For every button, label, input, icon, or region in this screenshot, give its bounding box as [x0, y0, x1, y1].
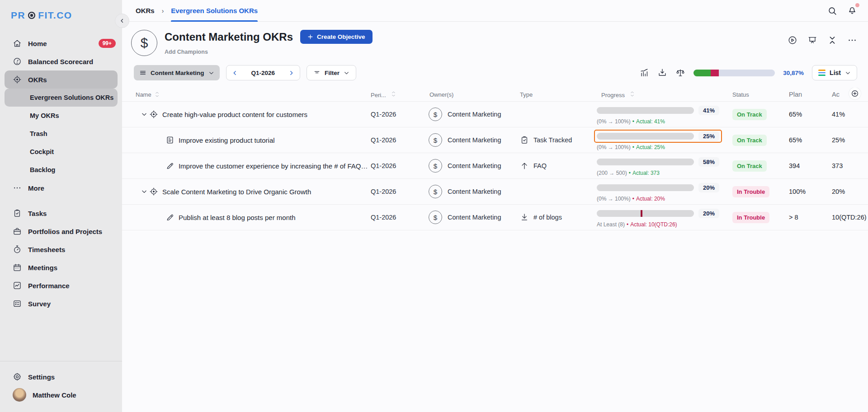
type-label: # of blogs — [533, 214, 562, 221]
filter-lines-icon — [313, 69, 321, 76]
column-label: Type — [520, 91, 533, 98]
plan-value: > 8 — [789, 214, 832, 221]
column-header-plan[interactable]: Plan — [789, 91, 832, 98]
column-header-type[interactable]: Type — [520, 91, 588, 98]
sort-icon[interactable] — [630, 91, 635, 97]
plan-value: 65% — [789, 111, 832, 118]
owner-avatar: $ — [429, 108, 442, 121]
table-row-keyresult[interactable]: Improve the customer experience by incre… — [122, 153, 868, 178]
column-header-status[interactable]: Status — [732, 91, 789, 98]
balance-scale-icon[interactable] — [675, 68, 685, 78]
filter-label: Filter — [325, 70, 340, 76]
chevron-down-icon — [208, 70, 214, 76]
sidebar-item-portfolios-and-projects[interactable]: Portfolios and Projects — [0, 222, 122, 240]
sidebar-subitem-backlog[interactable]: Backlog — [0, 161, 122, 179]
owner-avatar: $ — [429, 133, 442, 147]
download-icon[interactable] — [657, 68, 667, 78]
sort-icon[interactable] — [155, 91, 160, 98]
table-row-keyresult[interactable]: Publish at least 8 blog posts per month … — [122, 204, 868, 230]
insights-chart-icon[interactable] — [639, 68, 649, 78]
breadcrumb-evergreen-solutions-okrs[interactable]: Evergreen Solutions OKRs — [171, 0, 258, 22]
ellipsis-icon — [13, 183, 22, 192]
sidebar-subitem-my-okrs[interactable]: My OKRs — [0, 107, 122, 125]
table-row-objective[interactable]: Create high-value product content for cu… — [122, 101, 868, 127]
sidebar-subitem-label: Trash — [30, 130, 47, 137]
okr-name[interactable]: Improve the customer experience by incre… — [179, 162, 371, 170]
performance-icon — [13, 281, 22, 290]
calendar-icon — [13, 263, 22, 272]
sort-icon[interactable] — [391, 91, 396, 97]
sidebar-item-home[interactable]: Home 99+ — [0, 34, 122, 52]
row-expand-chevron[interactable] — [139, 111, 149, 117]
progress-actual: Actual: 25% — [636, 144, 665, 150]
sidebar-subitem-trash[interactable]: Trash — [0, 125, 122, 143]
progress-value: 20% — [698, 183, 719, 192]
profit-logo[interactable]: PR FIT.CO — [0, 0, 122, 21]
briefcase-icon — [13, 227, 22, 236]
okr-name[interactable]: Improve existing product tutorial — [179, 136, 275, 144]
sidebar-nav: Home 99+ Balanced Scorecard OKRs Evergre… — [0, 34, 122, 313]
period-value: Q1-2026 — [371, 188, 396, 195]
okr-name[interactable]: Publish at least 8 blog posts per month — [179, 214, 296, 221]
more-options-icon[interactable] — [847, 35, 857, 45]
period-prev-button[interactable] — [228, 66, 242, 80]
period-value: Q1-2026 — [371, 111, 396, 118]
notifications-button[interactable] — [847, 5, 857, 17]
sidebar-user[interactable]: Matthew Cole — [0, 386, 122, 404]
presentation-icon[interactable] — [807, 35, 817, 45]
okr-name[interactable]: Scale Content Marketing to Drive Organic… — [162, 188, 311, 196]
owner-name[interactable]: Content Marketing — [448, 136, 501, 144]
owner-name[interactable]: Content Marketing — [448, 162, 501, 169]
actual-value: 10(QTD:26) — [832, 214, 868, 221]
sidebar-item-okrs[interactable]: OKRs — [5, 70, 118, 89]
home-icon — [13, 39, 22, 48]
owner-name[interactable]: Content Marketing — [448, 111, 501, 118]
sidebar-subitem-cockpit[interactable]: Cockpit — [0, 143, 122, 161]
increase-kpi-icon — [520, 161, 529, 170]
sidebar-item-survey[interactable]: Survey — [0, 295, 122, 313]
team-selector[interactable]: Content Marketing — [134, 65, 220, 80]
sidebar-item-label: Home — [28, 40, 47, 47]
dot-separator: • — [632, 118, 634, 125]
column-header-period[interactable]: Peri... — [371, 91, 416, 98]
sidebar-item-more[interactable]: More — [0, 179, 122, 197]
period-label[interactable]: Q1-2026 — [246, 70, 281, 76]
dot-separator: • — [632, 196, 634, 202]
sidebar-item-timesheets[interactable]: Timesheets — [0, 240, 122, 258]
okr-table: Name Peri... Owner(s) Type Progress Stat… — [122, 88, 868, 230]
create-objective-button[interactable]: Create Objective — [300, 30, 373, 44]
home-badge: 99+ — [99, 39, 116, 48]
column-label: Progress — [601, 92, 625, 98]
add-column-button[interactable] — [849, 88, 861, 99]
sidebar-item-tasks[interactable]: Tasks — [0, 204, 122, 222]
breadcrumb-okrs[interactable]: OKRs — [136, 7, 155, 14]
owner-name[interactable]: Content Marketing — [448, 214, 501, 221]
sidebar-collapse-button[interactable] — [115, 14, 129, 28]
progress-bar — [597, 133, 694, 140]
sidebar-item-settings[interactable]: Settings — [0, 368, 122, 386]
table-row-keyresult[interactable]: Improve existing product tutorial Q1-202… — [122, 127, 868, 153]
okr-name[interactable]: Create high-value product content for cu… — [162, 111, 307, 118]
overall-progress-value: 30,87% — [783, 70, 804, 76]
main-content: OKRs › Evergreen Solutions OKRs $ Conten… — [122, 0, 868, 412]
progress-cell: 41% (0% → 100%)•Actual: 41% — [588, 104, 732, 125]
view-selector[interactable]: List — [812, 65, 857, 80]
row-expand-chevron[interactable] — [139, 188, 149, 195]
add-champions-link[interactable]: Add Champions — [165, 49, 373, 55]
column-header-owner[interactable]: Owner(s) — [416, 91, 520, 98]
progress-range: (200 → 500) — [597, 170, 627, 176]
column-header-progress[interactable]: Progress — [588, 91, 732, 98]
column-header-name[interactable]: Name — [122, 91, 371, 98]
collapse-rows-icon[interactable] — [827, 35, 837, 45]
sidebar-item-balanced-scorecard[interactable]: Balanced Scorecard — [0, 52, 122, 70]
period-next-button[interactable] — [284, 66, 298, 80]
sidebar-item-meetings[interactable]: Meetings — [0, 258, 122, 276]
owner-name[interactable]: Content Marketing — [448, 188, 501, 195]
filter-button[interactable]: Filter — [307, 65, 356, 80]
sidebar-item-performance[interactable]: Performance — [0, 276, 122, 295]
table-row-objective[interactable]: Scale Content Marketing to Drive Organic… — [122, 178, 868, 204]
search-icon[interactable] — [827, 6, 837, 16]
progress-value: 20% — [698, 209, 719, 218]
sidebar-subitem-evergreen-solutions-okrs[interactable]: Evergreen Solutions OKRs — [5, 89, 118, 107]
play-circle-icon[interactable] — [788, 35, 797, 45]
